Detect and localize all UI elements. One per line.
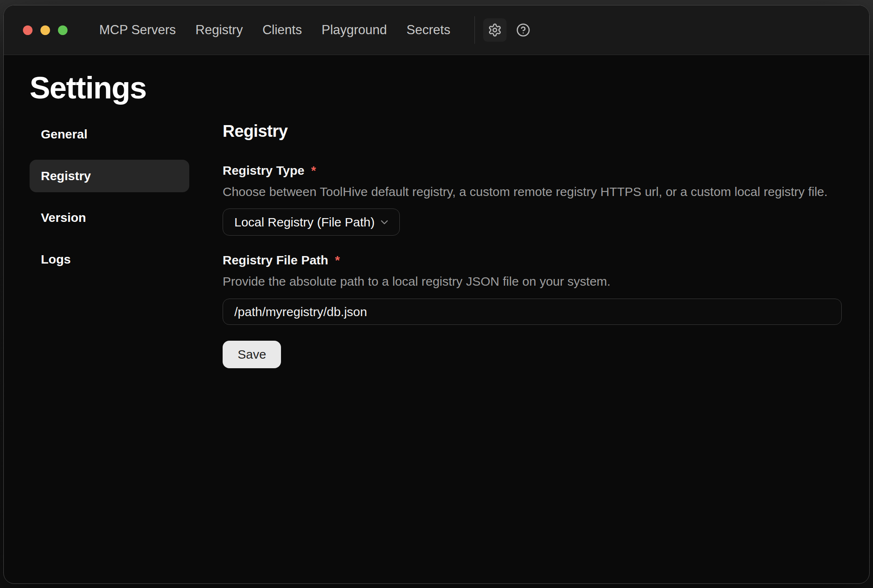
chevron-down-icon — [379, 216, 390, 228]
nav-registry[interactable]: Registry — [196, 23, 243, 38]
registry-type-description: Choose between ToolHive default registry… — [223, 184, 842, 200]
required-asterisk: * — [311, 163, 316, 178]
help-button[interactable] — [512, 18, 535, 42]
main-nav: MCP Servers Registry Clients Playground … — [99, 23, 450, 38]
nav-mcp-servers[interactable]: MCP Servers — [99, 23, 176, 38]
minimize-window-button[interactable] — [40, 25, 50, 35]
close-window-button[interactable] — [23, 25, 33, 35]
titlebar-divider — [474, 16, 475, 44]
nav-secrets[interactable]: Secrets — [406, 23, 450, 38]
nav-clients[interactable]: Clients — [262, 23, 302, 38]
required-asterisk: * — [335, 253, 340, 268]
settings-page: Settings General Registry Version Logs R… — [4, 55, 869, 583]
titlebar: MCP Servers Registry Clients Playground … — [4, 5, 869, 55]
settings-sidebar: General Registry Version Logs — [30, 118, 189, 285]
sidebar-item-registry[interactable]: Registry — [30, 160, 189, 192]
page-title: Settings — [30, 70, 869, 106]
registry-file-path-description: Provide the absolute path to a local reg… — [223, 274, 842, 289]
save-button[interactable]: Save — [223, 341, 281, 368]
registry-type-label: Registry Type — [223, 163, 304, 178]
registry-file-path-input[interactable] — [223, 299, 842, 325]
help-circle-icon — [516, 23, 530, 37]
zoom-window-button[interactable] — [58, 25, 68, 35]
sidebar-item-version[interactable]: Version — [30, 201, 189, 234]
registry-type-select[interactable]: Local Registry (File Path) — [223, 209, 400, 236]
traffic-lights — [23, 25, 68, 35]
registry-type-selected-value: Local Registry (File Path) — [234, 215, 375, 229]
nav-playground[interactable]: Playground — [321, 23, 387, 38]
sidebar-item-general[interactable]: General — [30, 118, 189, 151]
app-window: MCP Servers Registry Clients Playground … — [3, 5, 870, 584]
gear-icon — [488, 23, 502, 37]
registry-file-path-label: Registry File Path — [223, 253, 328, 268]
settings-button[interactable] — [483, 18, 507, 42]
sidebar-item-logs[interactable]: Logs — [30, 243, 189, 276]
section-title: Registry — [223, 121, 842, 141]
registry-settings-panel: Registry Registry Type * Choose between … — [223, 118, 869, 368]
